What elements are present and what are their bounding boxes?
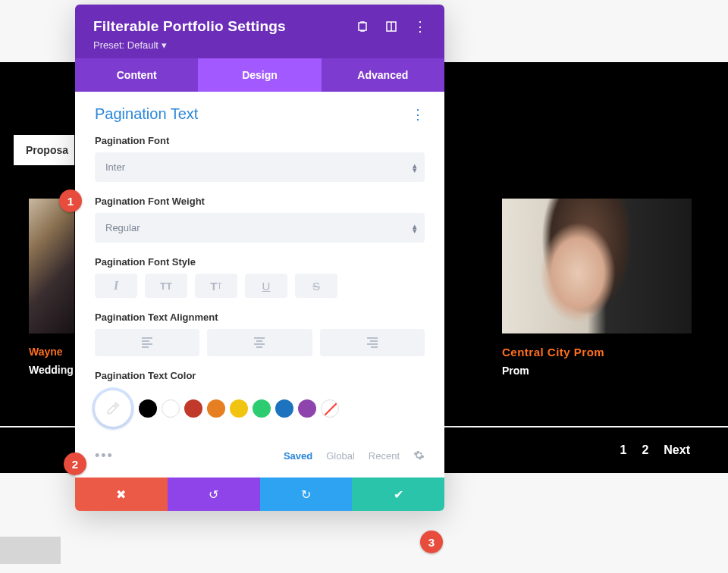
- align-label: Pagination Text Alignment: [95, 312, 425, 323]
- tab-design[interactable]: Design: [198, 58, 321, 92]
- style-label: Pagination Font Style: [95, 256, 425, 268]
- menu-dots-icon[interactable]: ⋮: [414, 20, 426, 33]
- swatch-black[interactable]: [139, 399, 157, 418]
- gear-icon[interactable]: [413, 449, 425, 463]
- color-swatches: [139, 399, 339, 418]
- swatch-yellow[interactable]: [230, 399, 248, 418]
- sort-icon: ▴▾: [413, 163, 414, 172]
- swatch-purple[interactable]: [298, 399, 316, 418]
- modal-footer: ✖ ↺ ↻ ✔: [75, 478, 444, 511]
- page-next[interactable]: Next: [664, 443, 690, 457]
- swatch-white[interactable]: [162, 399, 180, 418]
- swatch-orange[interactable]: [207, 399, 225, 418]
- portfolio-title[interactable]: Wayne: [29, 346, 74, 358]
- undo-button[interactable]: ↺: [168, 478, 260, 511]
- portfolio-title[interactable]: Central City Prom: [502, 346, 692, 359]
- strikethrough-button[interactable]: S: [295, 274, 337, 298]
- chevron-down-icon: ▾: [162, 39, 167, 51]
- expand-icon[interactable]: [356, 20, 369, 33]
- swatch-none[interactable]: [321, 399, 339, 418]
- panel-body: Pagination Text ⋮ Pagination Font Inter …: [75, 92, 444, 511]
- portfolio-thumb[interactable]: [29, 199, 74, 333]
- section-menu-icon[interactable]: ⋮: [411, 106, 425, 123]
- portfolio-thumb[interactable]: [502, 199, 692, 333]
- save-button[interactable]: ✔: [352, 478, 444, 511]
- tab-recent[interactable]: Recent: [369, 450, 400, 462]
- tab-advanced[interactable]: Advanced: [322, 58, 444, 92]
- align-right-button[interactable]: [320, 329, 425, 356]
- weight-label: Pagination Font Weight: [95, 196, 425, 207]
- tab-saved[interactable]: Saved: [284, 450, 312, 462]
- modal-tabs: Content Design Advanced: [75, 58, 444, 92]
- redo-button[interactable]: ↻: [260, 478, 353, 511]
- modal-header: Filterable Portfolio Settings ⋮ Preset: …: [75, 5, 444, 58]
- annotation-badge-2: 2: [64, 452, 86, 475]
- settings-modal: Filterable Portfolio Settings ⋮ Preset: …: [75, 5, 444, 511]
- color-label: Pagination Text Color: [95, 370, 425, 381]
- decorative-strip: [0, 537, 61, 564]
- sort-icon: ▴▾: [413, 224, 414, 233]
- filter-tab-proposals[interactable]: Proposa: [14, 135, 74, 165]
- section-title[interactable]: Pagination Text: [95, 105, 198, 123]
- eyedropper-button[interactable]: [95, 390, 131, 427]
- tab-content[interactable]: Content: [75, 58, 198, 92]
- annotation-badge-1: 1: [59, 189, 82, 212]
- smallcaps-button[interactable]: TT: [195, 274, 237, 298]
- portfolio-category[interactable]: Wedding: [29, 364, 74, 376]
- undo-icon: ↺: [209, 487, 218, 502]
- cancel-button[interactable]: ✖: [75, 478, 168, 511]
- portfolio-category[interactable]: Prom: [502, 365, 692, 377]
- svg-rect-0: [359, 23, 366, 30]
- portfolio-item-left: Wayne Wedding: [29, 199, 74, 376]
- align-center-button[interactable]: [207, 329, 312, 356]
- weight-select[interactable]: Regular ▴▾: [95, 213, 425, 243]
- tab-global[interactable]: Global: [326, 450, 355, 462]
- page-2[interactable]: 2: [642, 443, 648, 457]
- preset-dropdown[interactable]: Preset: Default ▾: [93, 39, 426, 51]
- swatch-red[interactable]: [184, 399, 202, 418]
- check-icon: ✔: [394, 487, 403, 502]
- page-1[interactable]: 1: [620, 443, 627, 457]
- portfolio-item-right: Central City Prom Prom: [502, 199, 692, 377]
- underline-button[interactable]: U: [245, 274, 287, 298]
- close-icon: ✖: [116, 487, 126, 502]
- italic-button[interactable]: I: [95, 274, 137, 298]
- uppercase-button[interactable]: TT: [145, 274, 187, 298]
- swatch-blue[interactable]: [275, 399, 293, 418]
- font-select[interactable]: Inter ▴▾: [95, 152, 425, 182]
- redo-icon: ↻: [301, 487, 311, 502]
- modal-title: Filterable Portfolio Settings: [93, 18, 286, 35]
- annotation-badge-3: 3: [420, 531, 443, 553]
- align-left-button[interactable]: [95, 329, 199, 356]
- columns-icon[interactable]: [385, 20, 397, 33]
- more-icon[interactable]: •••: [95, 448, 114, 464]
- font-label: Pagination Font: [95, 135, 425, 146]
- swatch-green[interactable]: [253, 399, 271, 418]
